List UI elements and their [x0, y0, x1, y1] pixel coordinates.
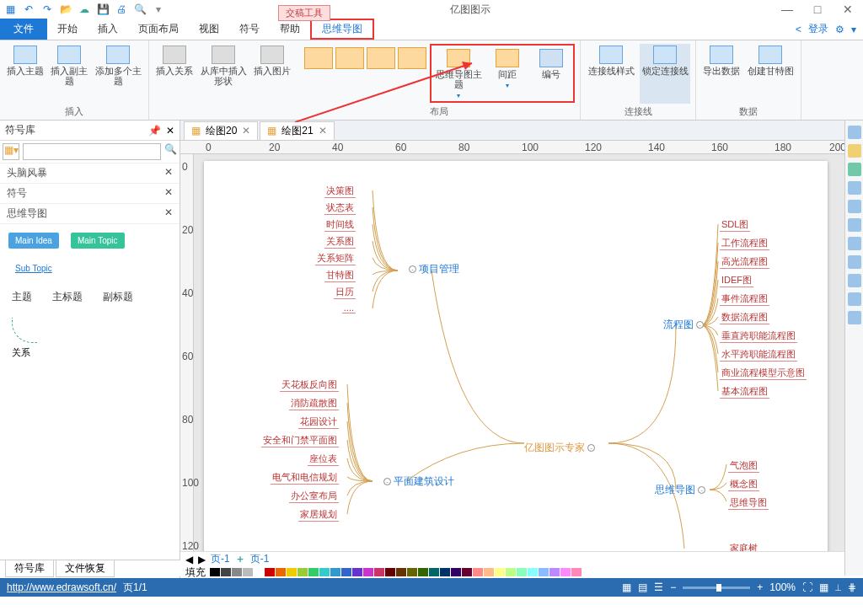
color-swatch[interactable] — [265, 568, 275, 576]
mindmap-leaf[interactable]: 座位表 — [308, 453, 339, 466]
canvas[interactable]: 020406080100120 亿图图示专家- -项目管理 决策图状态 — [180, 154, 863, 551]
color-swatch[interactable] — [440, 568, 450, 576]
qat-preview-icon[interactable]: 🔍 — [133, 3, 147, 16]
doc-tab-2[interactable]: ▦绘图21✕ — [260, 121, 334, 140]
color-swatch[interactable] — [407, 568, 417, 576]
maximize-button[interactable]: □ — [806, 3, 829, 16]
tool-1-icon[interactable] — [848, 126, 861, 139]
color-swatch[interactable] — [495, 568, 505, 576]
qat-save-icon[interactable]: 💾 — [96, 3, 110, 16]
btab-symbol-lib[interactable]: 符号库 — [5, 560, 54, 577]
mindmap-center[interactable]: 亿图图示专家- — [524, 439, 598, 455]
color-swatch[interactable] — [254, 568, 264, 576]
insert-image-button[interactable]: 插入图片 — [252, 44, 292, 106]
qat-print-icon[interactable]: 🖨 — [115, 3, 128, 16]
close-icon[interactable]: ✕ — [242, 125, 250, 137]
mindmap-leaf[interactable]: 消防疏散图 — [289, 397, 339, 410]
mindmap-theme-button[interactable]: 思维导图主题▾ — [433, 47, 484, 99]
zoom-out-icon[interactable]: − — [670, 581, 676, 593]
color-swatch[interactable] — [374, 568, 384, 576]
lib-dropdown-icon[interactable]: ▦▾ — [3, 143, 19, 160]
color-swatch[interactable] — [462, 568, 472, 576]
mindmap-leaf[interactable]: 时间线 — [324, 218, 356, 232]
zoom-slider[interactable] — [683, 587, 750, 589]
numbering-button[interactable]: 编号 — [531, 47, 571, 99]
color-swatch[interactable] — [396, 568, 406, 576]
btab-file-recovery[interactable]: 文件恢复 — [56, 560, 115, 577]
color-swatch[interactable] — [243, 568, 253, 576]
tool-9-icon[interactable] — [848, 274, 861, 287]
mindmap-leaf[interactable]: 水平跨职能流程图 — [720, 348, 797, 362]
mindmap-leaf[interactable]: 概念图 — [728, 478, 759, 491]
nav-next-icon[interactable]: ▶ — [198, 554, 206, 565]
mindmap-leaf[interactable]: 电气和电信规划 — [271, 471, 339, 485]
add-multi-topic-button[interactable]: 添加多个主题 — [93, 44, 143, 104]
mindmap-leaf[interactable]: 天花板反向图 — [280, 378, 339, 392]
tool-5-icon[interactable] — [848, 200, 861, 213]
cat-brainstorm[interactable]: 头脑风暴✕ — [0, 163, 180, 184]
tool-11-icon[interactable] — [848, 311, 861, 324]
color-swatch[interactable] — [451, 568, 461, 576]
mindmap-leaf[interactable]: 甘特图 — [324, 269, 356, 282]
tool-4-icon[interactable] — [848, 181, 861, 195]
settings-icon[interactable]: ⚙ — [835, 24, 844, 35]
doc-tab-1[interactable]: ▦绘图20✕ — [184, 121, 258, 140]
tool-2-icon[interactable] — [848, 144, 861, 158]
tab-symbol[interactable]: 符号 — [229, 19, 270, 40]
fit-icon[interactable]: ⛶ — [802, 581, 812, 593]
qat-menu-icon[interactable]: ▦ — [3, 3, 17, 16]
zoom-in-icon[interactable]: + — [757, 581, 763, 593]
mindmap-leaf[interactable]: 商业流程模型示意图 — [720, 367, 807, 380]
branch-flowchart[interactable]: 流程图- — [663, 318, 706, 332]
mindmap-leaf[interactable]: 办公室布局 — [289, 490, 339, 503]
mindmap-leaf[interactable]: 关系矩阵 — [315, 252, 356, 265]
lock-connector-button[interactable]: 锁定连接线 — [640, 44, 690, 104]
status-url[interactable]: http://www.edrawsoft.cn/ — [7, 581, 116, 593]
insert-from-lib-button[interactable]: 从库中插入形状 — [198, 44, 249, 106]
layout-style-2[interactable] — [335, 47, 364, 69]
insert-subtopic-button[interactable]: 插入副主题 — [49, 44, 89, 104]
view-icon-3[interactable]: ☰ — [654, 581, 663, 593]
tool-6-icon[interactable] — [848, 218, 861, 232]
close-icon[interactable]: ✕ — [319, 125, 327, 137]
mindmap-leaf[interactable]: SDL图 — [720, 218, 750, 232]
color-swatch[interactable] — [539, 568, 549, 576]
color-swatch[interactable] — [560, 568, 571, 576]
tool-8-icon[interactable] — [848, 255, 861, 269]
mindmap-leaf[interactable]: .... — [342, 303, 356, 313]
color-swatch[interactable] — [341, 568, 351, 576]
tool-10-icon[interactable] — [848, 292, 861, 306]
insert-topic-button[interactable]: 插入主题 — [5, 44, 46, 104]
tab-help[interactable]: 帮助 — [270, 19, 310, 40]
mindmap-leaf[interactable]: IDEF图 — [720, 274, 753, 287]
cat-symbol[interactable]: 符号✕ — [0, 184, 180, 204]
minimize-button[interactable]: — — [775, 3, 799, 16]
insert-relation-button[interactable]: 插入关系 — [154, 44, 195, 106]
mindmap-leaf[interactable]: 家居规划 — [298, 508, 339, 522]
color-swatch[interactable] — [506, 568, 516, 576]
connector-style-button[interactable]: 连接线样式 — [586, 44, 636, 104]
grid-icon[interactable]: ▦ — [819, 581, 828, 593]
tab-view[interactable]: 视图 — [189, 19, 229, 40]
tool-3-icon[interactable] — [848, 163, 861, 176]
color-swatch[interactable] — [484, 568, 494, 576]
snap-icon[interactable]: ⋕ — [848, 581, 856, 593]
color-swatch[interactable] — [363, 568, 373, 576]
export-data-button[interactable]: 导出数据 — [701, 44, 742, 104]
mindmap-leaf[interactable]: 状态表 — [324, 201, 356, 215]
share-icon[interactable]: < — [796, 24, 801, 35]
color-swatch[interactable] — [221, 568, 231, 576]
mindmap-leaf[interactable]: 垂直跨职能流程图 — [720, 329, 797, 343]
color-swatch[interactable] — [319, 568, 330, 576]
nav-prev-icon[interactable]: ◀ — [185, 554, 193, 565]
panel-close-icon[interactable]: ✕ — [166, 125, 174, 137]
qat-open-icon[interactable]: 📂 — [59, 3, 72, 16]
mindmap-leaf[interactable]: 家庭树 — [728, 542, 759, 551]
mindmap-leaf[interactable]: 气泡图 — [728, 459, 759, 473]
branch-mindmap[interactable]: 思维导图- — [655, 483, 708, 497]
mindmap-leaf[interactable]: 高光流程图 — [720, 255, 769, 269]
color-swatch[interactable] — [549, 568, 560, 576]
color-swatch[interactable] — [385, 568, 395, 576]
color-swatch[interactable] — [210, 568, 220, 576]
color-swatch[interactable] — [473, 568, 483, 576]
